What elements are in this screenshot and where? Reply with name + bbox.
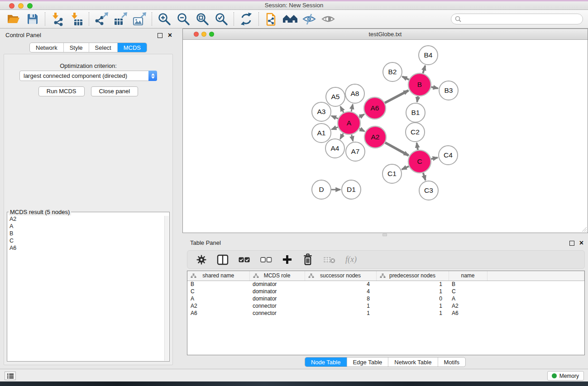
zoom-fit-button[interactable] (194, 11, 210, 27)
memory-button[interactable]: Memory (547, 371, 584, 381)
zoom-in-button[interactable] (156, 11, 172, 27)
cell-successor[interactable]: 1 (305, 310, 376, 317)
cell-shared-name[interactable]: A (187, 295, 249, 302)
graph-edge-C-C3[interactable] (423, 173, 425, 180)
graph-edge-A-A3[interactable] (331, 116, 338, 119)
graph-edge-A-A2[interactable] (359, 129, 364, 131)
search-input[interactable] (464, 16, 579, 22)
delete-columns-button[interactable] (302, 253, 313, 266)
cell-shared-name[interactable]: A2 (187, 302, 249, 310)
cell-mcds-role[interactable]: dominator (249, 281, 305, 288)
network-canvas[interactable]: B4B2BB3A8A5A6B1A3AA1C2A2A4A7C4CC1C3DD1 (183, 40, 588, 233)
float-table-panel-icon[interactable] (569, 241, 574, 246)
graph-edge-B-B2[interactable] (402, 76, 409, 80)
graph-edge-A-A4[interactable] (340, 133, 344, 139)
cell-mcds-role[interactable]: connector (249, 310, 305, 317)
graph-edge-A6-B[interactable] (385, 91, 408, 103)
home-networks-button[interactable] (282, 11, 298, 27)
show-panel-button[interactable] (320, 11, 336, 27)
cell-mcds-role[interactable]: connector (249, 302, 305, 310)
column-header-mcds-role[interactable]: MCDS role (249, 271, 305, 281)
task-history-button[interactable] (5, 372, 16, 380)
export-table-button[interactable] (112, 11, 129, 27)
cell-predecessor[interactable]: 1 (376, 310, 449, 317)
tab-network[interactable]: Network (30, 43, 64, 52)
delete-table-button[interactable] (323, 256, 335, 264)
cell-successor[interactable]: 1 (305, 302, 376, 310)
cell-name[interactable]: A6 (449, 310, 487, 317)
zoom-selected-button[interactable] (213, 11, 229, 27)
graph-edge-C-C1[interactable] (402, 167, 409, 170)
cell-successor[interactable]: 4 (305, 288, 376, 295)
network-minimize-button[interactable] (201, 32, 206, 37)
fullscreen-window-button[interactable] (27, 3, 33, 9)
mcds-result-item[interactable]: A (8, 223, 164, 230)
cell-shared-name[interactable]: C (187, 288, 249, 295)
minimize-window-button[interactable] (18, 3, 24, 9)
cell-predecessor[interactable]: 1 (376, 302, 449, 310)
graph-edge-C-C2[interactable] (417, 143, 418, 150)
graph-edge-B-B4[interactable] (423, 66, 425, 73)
refresh-layout-button[interactable] (238, 11, 254, 27)
graph-edge-C-C4[interactable] (431, 157, 437, 159)
mcds-result-item[interactable]: A2 (8, 215, 164, 223)
cell-predecessor[interactable]: 0 (376, 295, 449, 302)
tab-edge-table[interactable]: Edge Table (347, 357, 388, 367)
close-panel-button[interactable]: Close panel (91, 86, 139, 96)
graph-edge-B-B1[interactable] (417, 96, 418, 102)
cell-name[interactable]: A (449, 295, 487, 302)
split-view-button[interactable] (217, 254, 229, 265)
result-scrollbar[interactable] (164, 216, 169, 361)
graph-edge-A-A7[interactable] (352, 134, 353, 141)
export-image-button[interactable] (131, 11, 148, 27)
cell-predecessor[interactable]: 1 (376, 288, 449, 295)
table-settings-button[interactable] (196, 254, 207, 265)
close-window-button[interactable] (9, 3, 14, 9)
mcds-result-item[interactable]: B (8, 230, 164, 237)
graph-edge-A-A8[interactable] (351, 105, 353, 112)
network-fullscreen-button[interactable] (209, 32, 214, 37)
tab-network-table[interactable]: Network Table (388, 357, 438, 367)
import-network-button[interactable] (49, 11, 66, 27)
close-panel-icon[interactable]: × (168, 31, 172, 39)
tab-motifs[interactable]: Motifs (438, 357, 465, 367)
export-network-button[interactable] (93, 11, 110, 27)
cell-shared-name[interactable]: B (187, 281, 249, 288)
import-table-button[interactable] (68, 11, 85, 27)
tab-mcds[interactable]: MCDS (118, 43, 147, 52)
column-header-name[interactable]: name (449, 271, 487, 281)
graph-edge-A-A5[interactable] (340, 106, 344, 113)
cell-mcds-role[interactable]: dominator (249, 288, 305, 295)
tab-select[interactable]: Select (89, 43, 118, 52)
cell-name[interactable]: C (449, 288, 487, 295)
zoom-out-button[interactable] (175, 11, 191, 27)
open-session-button[interactable] (5, 11, 22, 27)
tab-style[interactable]: Style (64, 43, 89, 52)
window-resize-grip[interactable] (581, 226, 587, 232)
split-divider-grip[interactable] (382, 234, 387, 236)
cell-mcds-role[interactable]: dominator (249, 295, 305, 302)
cell-shared-name[interactable]: A6 (187, 310, 249, 317)
run-mcds-button[interactable]: Run MCDS (38, 86, 85, 96)
criterion-dropdown[interactable]: largest connected component (directed) (19, 71, 157, 81)
cell-name[interactable]: A2 (449, 302, 487, 310)
float-panel-icon[interactable] (158, 33, 163, 38)
mcds-result-item[interactable]: C (8, 237, 164, 244)
select-all-columns-button[interactable] (239, 254, 250, 265)
graph-edge-A-A6[interactable] (359, 114, 364, 118)
graph-edge-B-B3[interactable] (431, 87, 438, 88)
cell-predecessor[interactable]: 1 (376, 281, 449, 288)
save-session-button[interactable] (24, 11, 41, 27)
duplicate-network-button[interactable] (263, 11, 279, 27)
add-column-button[interactable] (282, 254, 292, 265)
cell-successor[interactable]: 8 (305, 295, 376, 302)
close-table-panel-icon[interactable]: × (579, 239, 583, 247)
network-close-button[interactable] (194, 32, 199, 37)
graph-edge-A2-C[interactable] (385, 143, 409, 155)
column-header-shared-name[interactable]: shared name (187, 271, 249, 281)
column-header-successor-nodes[interactable]: successor nodes (305, 271, 376, 281)
tab-node-table[interactable]: Node Table (305, 357, 347, 367)
deselect-all-columns-button[interactable] (260, 254, 272, 265)
mcds-result-item[interactable]: A6 (8, 244, 164, 252)
graph-edge-A-A1[interactable] (332, 127, 338, 129)
